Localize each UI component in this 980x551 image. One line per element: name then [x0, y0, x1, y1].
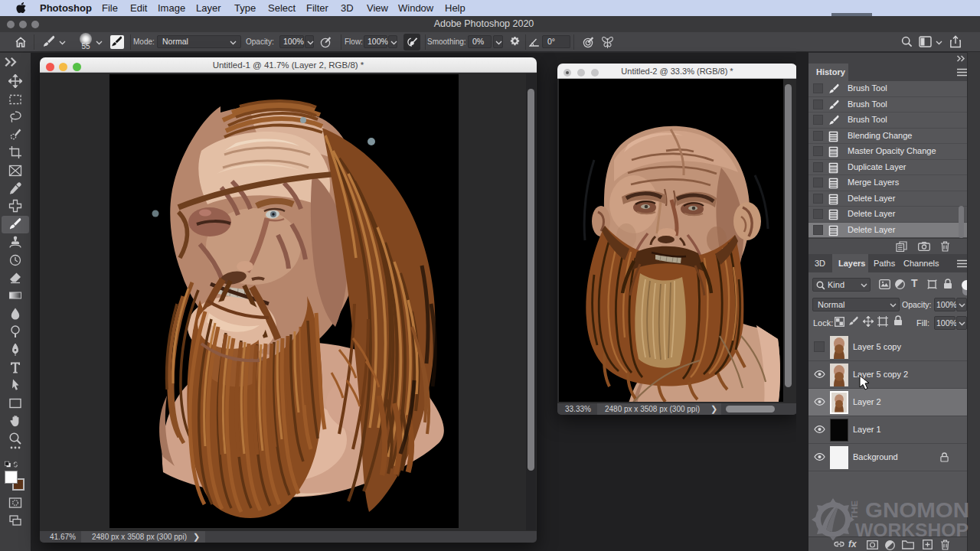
svg-text:WORKSHOP: WORKSHOP [855, 520, 969, 540]
svg-text:THE: THE [851, 500, 859, 520]
svg-text:GNOMON: GNOMON [865, 499, 969, 522]
